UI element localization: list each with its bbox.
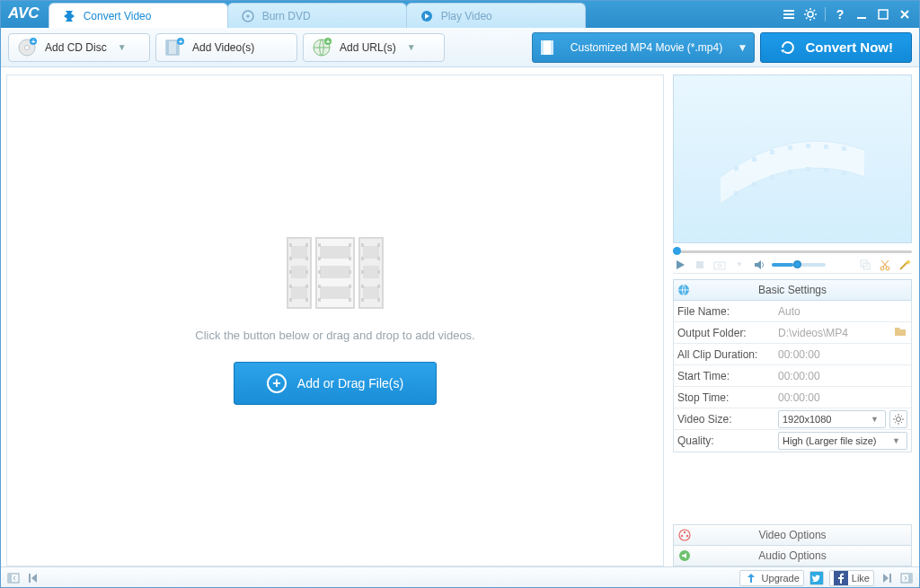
basic-settings-header[interactable]: Basic Settings (673, 279, 912, 301)
wand-icon[interactable] (898, 258, 912, 272)
svg-rect-46 (696, 261, 703, 268)
button-label: Add URL(s) (340, 41, 396, 54)
drop-area[interactable]: Click the button below or drag and drop … (6, 75, 664, 566)
setting-label: Video Size: (674, 413, 774, 426)
svg-rect-16 (879, 10, 888, 19)
chevron-down-icon: ▼ (732, 41, 754, 54)
separator (825, 7, 826, 22)
svg-line-61 (895, 422, 896, 423)
right-pane: ▼ Basic Settings File Name: Auto Output … (669, 67, 919, 566)
minimize-icon[interactable] (853, 5, 871, 23)
svg-rect-3 (783, 10, 794, 12)
menu-icon[interactable] (780, 5, 798, 23)
svg-line-14 (814, 10, 816, 12)
svg-rect-42 (788, 170, 792, 174)
disc-add-icon: + (16, 37, 38, 58)
tab-label: Convert Video (84, 10, 152, 22)
setting-label: Start Time: (674, 370, 774, 382)
video-options-bar[interactable]: Video Options (673, 524, 912, 546)
arrow-up-icon (744, 571, 758, 585)
facebook-like-button[interactable]: Like (829, 570, 874, 586)
panel-toggle-left-icon[interactable] (6, 571, 21, 585)
svg-line-13 (806, 18, 808, 20)
svg-point-66 (686, 535, 688, 537)
snapshot-icon[interactable] (712, 258, 727, 272)
globe-icon (674, 283, 694, 297)
seek-thumb[interactable] (673, 247, 681, 255)
play-icon[interactable] (673, 258, 687, 272)
folder-icon[interactable] (893, 324, 907, 341)
quality-select[interactable]: High (Larger file size) ▼ (778, 432, 907, 450)
add-cd-disc-button[interactable]: + Add CD Disc ▼ (8, 33, 150, 62)
button-label: Add or Drag File(s) (297, 376, 403, 391)
chevron-down-icon: ▼ (892, 436, 903, 445)
format-label: Customized MP4 Movie (*.mp4) (562, 41, 732, 54)
chevron-down-icon: ▼ (407, 42, 416, 52)
svg-line-60 (901, 422, 902, 423)
close-icon[interactable] (896, 5, 914, 23)
svg-rect-70 (29, 574, 31, 583)
copy-icon[interactable] (858, 258, 872, 272)
stop-icon[interactable] (693, 258, 707, 272)
volume-thumb[interactable] (793, 260, 801, 268)
setting-value-wrap: 1920x1080 ▼ (774, 410, 911, 428)
seek-bar[interactable] (673, 247, 912, 256)
convert-now-button[interactable]: Convert Now! (760, 32, 913, 63)
volume-slider[interactable] (772, 263, 826, 267)
output-format-select[interactable]: Customized MP4 Movie (*.mp4) ▼ (532, 32, 755, 63)
svg-rect-33 (752, 157, 756, 162)
twitter-icon[interactable] (809, 571, 824, 585)
basic-settings-grid: File Name: Auto Output Folder: D:\videos… (673, 301, 912, 452)
tab-label: Play Video (441, 10, 492, 22)
svg-text:+: + (326, 38, 331, 46)
svg-line-11 (806, 10, 808, 12)
upgrade-button[interactable]: Upgrade (739, 570, 804, 586)
playhead-start-icon[interactable] (26, 571, 40, 585)
svg-line-12 (814, 18, 816, 20)
add-urls-button[interactable]: + Add URL(s) ▼ (303, 33, 445, 62)
seek-track (673, 250, 912, 253)
svg-rect-44 (824, 168, 828, 172)
gear-icon[interactable] (801, 5, 819, 23)
video-size-select[interactable]: 1920x1080 ▼ (778, 410, 886, 428)
setting-value: 00:00:00 (774, 348, 911, 361)
maximize-icon[interactable] (874, 5, 892, 23)
section-title: Basic Settings (694, 284, 911, 296)
svg-point-6 (808, 12, 813, 17)
svg-rect-30 (541, 40, 544, 55)
svg-rect-41 (770, 175, 774, 180)
help-icon[interactable]: ? (831, 5, 849, 23)
left-pane: Click the button below or drag and drop … (1, 67, 669, 566)
scissors-icon[interactable] (878, 258, 892, 272)
setting-label: Stop Time: (674, 391, 774, 404)
panel-toggle-right-icon[interactable] (899, 571, 914, 585)
globe-add-icon: + (311, 37, 332, 58)
svg-text:+: + (31, 38, 36, 46)
plus-circle-icon: + (267, 373, 287, 393)
add-files-button[interactable]: + Add or Drag File(s) (234, 362, 437, 405)
convert-icon (62, 9, 76, 23)
tab-play-video[interactable]: Play Video (406, 3, 586, 28)
audio-options-bar[interactable]: Audio Options (673, 545, 912, 566)
playhead-end-icon[interactable] (880, 571, 894, 585)
tab-burn-dvd[interactable]: Burn DVD (227, 3, 407, 28)
tab-convert-video[interactable]: Convert Video (49, 3, 228, 28)
video-size-gear-button[interactable] (889, 410, 907, 428)
svg-rect-39 (734, 191, 739, 196)
gear-icon (891, 412, 906, 426)
add-videos-button[interactable]: + Add Video(s) (155, 33, 297, 62)
chevron-down-icon[interactable]: ▼ (732, 258, 747, 272)
setting-value[interactable]: 00:00:00 (774, 370, 911, 382)
svg-point-48 (718, 264, 721, 268)
setting-value-wrap: High (Larger file size) ▼ (774, 432, 911, 450)
svg-rect-15 (857, 17, 866, 19)
setting-value[interactable]: Auto (774, 305, 911, 318)
setting-value[interactable]: 00:00:00 (774, 391, 911, 404)
svg-point-63 (679, 530, 690, 540)
film-placeholder-icon (287, 237, 384, 309)
setting-label: File Name: (674, 305, 774, 318)
svg-point-18 (25, 45, 30, 49)
setting-value[interactable]: D:\videos\MP4 (774, 324, 911, 341)
svg-point-65 (681, 535, 683, 537)
volume-icon[interactable] (752, 258, 766, 272)
